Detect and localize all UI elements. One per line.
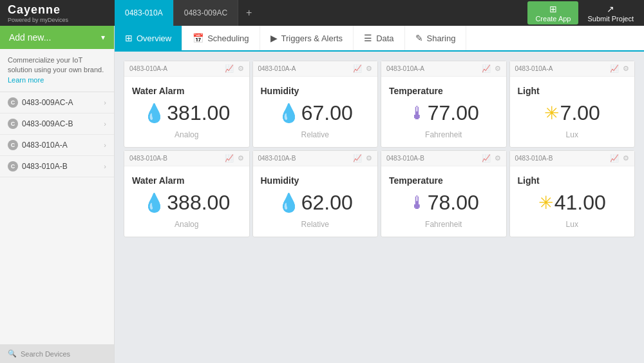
widget-header-1-3: 0483-010A-B 📈 ⚙ [510,151,635,166]
tab-data[interactable]: ☰ Data [354,26,404,50]
top-bar: Cayenne Powered by myDevices 0483-010A 0… [0,0,644,26]
widget-card-1-0[interactable]: 0483-010A-B 📈 ⚙ Water Alarm 💧 388.00 Ana… [124,150,250,237]
widget-body-1-3: Light ✳ 41.00 Lux [510,166,635,237]
widget-icon-0-3: ✳ [544,103,559,124]
add-new-chevron-icon: ▾ [101,33,105,42]
widget-device-id-0-2: 0483-010A-A [386,65,424,72]
widget-card-0-2[interactable]: 0483-010A-A 📈 ⚙ Temperature 🌡 77.00 Fahr… [381,61,507,148]
device-tab-1[interactable]: 0483-010A [115,0,174,26]
submit-project-icon: ↗ [607,4,614,14]
tab-triggers-label: Triggers & Alerts [281,34,343,43]
device-icon-0483-010A-A: C [8,140,18,150]
widget-unit-0-2: Fahrenheit [389,130,498,139]
widget-value-row-0-2: 🌡 77.00 [389,101,498,125]
widget-icon-1-1: 💧 [278,192,300,213]
add-new-label: Add new... [9,32,51,43]
learn-more-link[interactable]: Learn more [8,76,44,84]
widget-value-row-0-3: ✳ 7.00 [518,101,627,125]
widget-body-0-2: Temperature 🌡 77.00 Fahrenheit [381,77,506,147]
tab-sharing-label: Sharing [427,34,456,43]
widget-unit-1-2: Fahrenheit [389,220,498,229]
widget-value-0-2: 77.00 [428,101,479,125]
widget-card-1-1[interactable]: 0483-010A-B 📈 ⚙ Humidity 💧 62.00 Relativ… [252,150,379,237]
widget-title-0-0: Water Alarm [132,86,242,96]
widget-icon-1-3: ✳ [538,192,553,213]
tab-data-label: Data [376,34,393,43]
widget-icon-0-2: 🌡 [408,103,426,124]
widget-chart-icon-1-3[interactable]: 📈 [610,154,619,162]
tab-overview[interactable]: ⊞ Overview [115,26,182,50]
widget-icon-1-0: 💧 [143,192,166,213]
widget-chart-icon-0-0[interactable]: 📈 [225,64,234,73]
widget-icon-0-0: 💧 [143,103,166,124]
nav-tabs: ⊞ Overview 📅 Scheduling ▶ Triggers & Ale… [115,26,644,52]
widget-card-0-3[interactable]: 0483-010A-A 📈 ⚙ Light ✳ 7.00 Lux [509,61,636,148]
sidebar-item-label-0483-009AC-A: 0483-009AC-A [22,98,73,107]
content-area: ⊞ Overview 📅 Scheduling ▶ Triggers & Ale… [115,26,644,363]
create-app-button[interactable]: ⊞ Create App [527,1,578,25]
logo-area: Cayenne Powered by myDevices [0,0,115,26]
widget-settings-icon-1-2[interactable]: ⚙ [495,154,501,162]
widget-unit-1-3: Lux [518,220,627,229]
widget-value-1-0: 388.00 [167,191,230,215]
tab-overview-label: Overview [137,34,171,43]
widget-value-row-1-3: ✳ 41.00 [518,191,627,215]
widget-settings-icon-0-2[interactable]: ⚙ [495,64,501,73]
add-tab-button[interactable]: + [238,0,260,26]
widget-settings-icon-1-3[interactable]: ⚙ [623,154,629,162]
widget-chart-icon-1-0[interactable]: 📈 [225,154,234,162]
widget-settings-icon-1-1[interactable]: ⚙ [366,154,372,162]
widget-settings-icon-0-1[interactable]: ⚙ [366,64,372,73]
widget-value-1-1: 62.00 [301,191,353,215]
widget-chart-icon-1-2[interactable]: 📈 [482,154,491,162]
widget-chart-icon-0-3[interactable]: 📈 [610,64,619,73]
widget-unit-0-1: Relative [261,130,370,139]
tab-sharing[interactable]: ✎ Sharing [405,26,467,50]
sidebar-item-0483-009AC-A[interactable]: C 0483-009AC-A › [0,92,114,113]
widget-title-0-3: Light [518,86,627,96]
device-icon-0483-010A-B: C [8,161,18,172]
widget-value-row-1-2: 🌡 78.00 [389,191,498,215]
logo-subtitle: Powered by myDevices [8,17,115,23]
sidebar-item-label-0483-009AC-B: 0483-009AC-B [22,119,73,128]
search-devices-bar[interactable]: 🔍 Search Devices [0,344,114,363]
widget-card-0-0[interactable]: 0483-010A-A 📈 ⚙ Water Alarm 💧 381.00 Ana… [124,61,250,148]
sidebar-item-0483-009AC-B[interactable]: C 0483-009AC-B › [0,113,114,135]
widget-header-1-1: 0483-010A-B 📈 ⚙ [253,151,378,166]
sidebar-item-0483-010A-A[interactable]: C 0483-010A-A › [0,135,114,156]
device-tab-2[interactable]: 0483-009AC [174,0,238,26]
data-tab-icon: ☰ [364,33,372,43]
widget-card-1-2[interactable]: 0483-010A-B 📈 ⚙ Temperature 🌡 78.00 Fahr… [381,150,507,237]
main-layout: Add new... ▾ Commercialize your IoT solu… [0,26,644,363]
widget-chart-icon-0-2[interactable]: 📈 [482,64,491,73]
widget-device-id-0-3: 0483-010A-A [515,65,553,72]
dashboard: 0483-010A-A 📈 ⚙ Water Alarm 💧 381.00 Ana… [115,52,644,363]
sidebar-item-0483-010A-B[interactable]: C 0483-010A-B › [0,156,114,177]
widget-value-0-1: 67.00 [301,101,353,125]
widget-settings-icon-1-0[interactable]: ⚙ [238,154,244,162]
widget-card-0-1[interactable]: 0483-010A-A 📈 ⚙ Humidity 💧 67.00 Relativ… [252,61,379,148]
add-new-button[interactable]: Add new... ▾ [0,26,114,49]
widget-row-0: 0483-010A-A 📈 ⚙ Water Alarm 💧 381.00 Ana… [124,61,635,148]
widget-title-1-1: Humidity [261,175,370,186]
widget-title-0-2: Temperature [389,86,498,96]
top-bar-right: ⊞ Create App ↗ Submit Project [527,0,644,26]
sidebar-items-list: C 0483-009AC-A › C 0483-009AC-B › C 0483… [0,92,114,344]
scheduling-tab-icon: 📅 [193,33,204,43]
tab-triggers[interactable]: ▶ Triggers & Alerts [260,26,354,50]
widget-value-1-3: 41.00 [554,191,606,215]
tab-scheduling[interactable]: 📅 Scheduling [182,26,260,50]
widget-value-0-0: 381.00 [167,101,230,125]
create-app-label: Create App [535,15,571,23]
widget-card-1-3[interactable]: 0483-010A-B 📈 ⚙ Light ✳ 41.00 Lux [509,150,636,237]
widget-header-1-0: 0483-010A-B 📈 ⚙ [124,151,249,166]
widget-value-0-3: 7.00 [560,101,600,125]
submit-project-button[interactable]: ↗ Submit Project [580,1,641,25]
sidebar-item-chevron-0483-010A-A: › [104,141,106,149]
widget-chart-icon-1-1[interactable]: 📈 [353,154,362,162]
widget-title-1-0: Water Alarm [132,175,242,186]
triggers-tab-icon: ▶ [270,33,278,43]
widget-settings-icon-0-3[interactable]: ⚙ [623,64,629,73]
widget-chart-icon-0-1[interactable]: 📈 [353,64,362,73]
widget-settings-icon-0-0[interactable]: ⚙ [238,64,244,73]
